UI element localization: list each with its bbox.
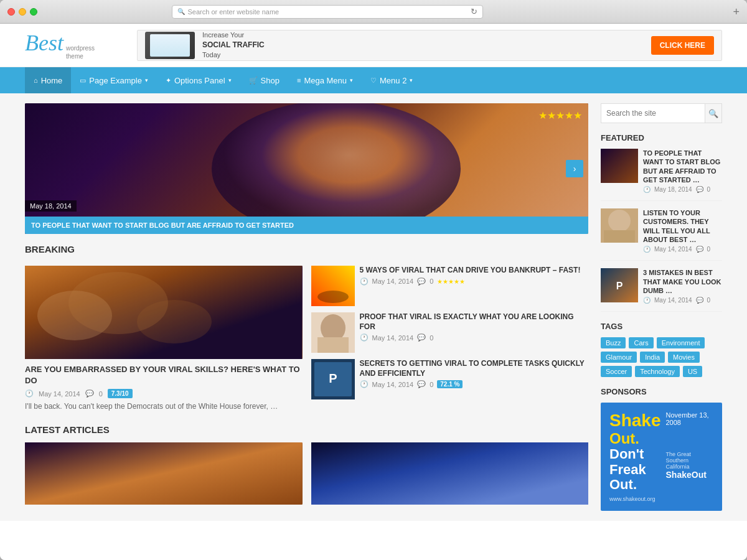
featured-content-2: LISTEN TO YOUR CUSTOMERS. THEY WILL TELL… (643, 208, 722, 253)
ad-banner[interactable]: Increase Your SOCIAL TRAFFIC Today CLICK… (137, 30, 722, 61)
sponsor-out: Out. (609, 431, 661, 447)
latest-card-1 (25, 442, 303, 505)
new-tab-button[interactable]: + (733, 6, 740, 17)
main-navigation: ⌂ Home ▭ Page Example ▾ ✦ Options Panel … (0, 67, 747, 93)
traffic-light-green[interactable] (30, 8, 37, 16)
traffic-light-yellow[interactable] (19, 8, 26, 16)
search-box[interactable]: 🔍 (601, 103, 722, 123)
breaking-main-card: ARE YOU EMBARRASSED BY YOUR VIRAL SKILLS… (25, 266, 303, 412)
sponsor-date: November 13, 2008 (666, 411, 714, 426)
ad-text: Increase Your SOCIAL TRAFFIC Today (202, 30, 644, 60)
nav-item-mega-menu[interactable]: ≡ Mega Menu ▾ (288, 67, 362, 93)
site-logo: Best wordpress theme (25, 30, 125, 60)
nav-item-page-example[interactable]: ▭ Page Example ▾ (71, 67, 157, 93)
refresh-button[interactable]: ↻ (471, 7, 477, 16)
sponsor-out2: Out. (609, 477, 661, 492)
options-icon: ✦ (166, 77, 171, 85)
sponsors-section: SPONSORS Shake Out. Don't Freak Out. (601, 387, 722, 511)
featured-image-1 (601, 149, 638, 183)
comment-icon-f1: 💬 (696, 186, 703, 193)
search-input[interactable] (601, 104, 705, 123)
latest-card-2 (311, 442, 589, 505)
nav-item-options-panel[interactable]: ✦ Options Panel ▾ (157, 67, 240, 93)
latest-title: LATEST ARTICLES (25, 424, 588, 435)
breaking-small-content-3: SECRETS TO GETTING VIRAL TO COMPLETE TAS… (360, 359, 589, 388)
hero-date: May 18, 2014 (25, 200, 77, 212)
featured-title-1[interactable]: TO PEOPLE THAT WANT TO START BLOG BUT AR… (643, 149, 722, 184)
tag-item[interactable]: US (683, 366, 702, 377)
breaking-small-title-3[interactable]: SECRETS TO GETTING VIRAL TO COMPLETE TAS… (360, 359, 589, 378)
featured-image-3: P (601, 268, 638, 302)
svg-text:P: P (329, 371, 337, 385)
pct-badge: 72.1 % (437, 380, 463, 388)
search-button[interactable]: 🔍 (705, 104, 721, 123)
logo-best: Best (25, 30, 63, 56)
sponsor-url: www.shakeout.org (609, 496, 713, 502)
featured-meta-3: 🕐 May 14, 2014 💬 0 (643, 297, 722, 304)
comment-icon: 💬 (85, 390, 94, 398)
svg-point-5 (137, 300, 212, 343)
comment-icon-2: 💬 (417, 278, 426, 286)
chevron-down-icon: ▾ (145, 77, 148, 83)
comment-icon-f3: 💬 (696, 297, 703, 304)
tag-item[interactable]: Movies (668, 352, 700, 363)
featured-content-3: 3 MISTAKES IN BEST THAT MAKE YOU LOOK DU… (643, 268, 722, 304)
featured-item-3: P 3 MISTAKES IN BEST THAT MAKE YOU LOOK … (601, 268, 722, 312)
featured-item-2: LISTEN TO YOUR CUSTOMERS. THEY WILL TELL… (601, 208, 722, 261)
clock-icon-f2: 🕐 (643, 246, 651, 253)
sponsor-shake: Shake (609, 411, 661, 431)
tag-item[interactable]: Glamour (601, 352, 637, 363)
svg-rect-19 (604, 230, 635, 243)
breaking-small-title-1[interactable]: 5 WAYS OF VIRAL THAT CAN DRIVE YOU BANKR… (360, 266, 589, 276)
nav-item-shop[interactable]: 🛒 Shop (240, 67, 288, 93)
logo-subtitle: wordpress theme (66, 44, 95, 60)
tag-item[interactable]: India (640, 352, 665, 363)
ad-cta-button[interactable]: CLICK HERE (651, 36, 714, 55)
breaking-main-title[interactable]: ARE YOU EMBARRASSED BY YOUR VIRAL SKILLS… (25, 364, 303, 386)
sponsor-dont: Don't (609, 447, 661, 462)
breaking-main-excerpt: I'll be back. You can't keep the Democra… (25, 401, 303, 412)
tags-list: BuzzCarsEnvironmentGlamourIndiaMoviesSoc… (601, 337, 722, 377)
breaking-small-card-3: P SECRETS TO GETTING VIRAL TO COMPLETE T… (311, 359, 589, 399)
breaking-small-meta-2: 🕐 May 14, 2014 💬 0 (360, 334, 589, 342)
address-text: Search or enter website name (187, 8, 279, 16)
tag-item[interactable]: Cars (629, 337, 653, 348)
breaking-small-title-2[interactable]: PROOF THAT VIRAL IS EXACTLY WHAT YOU ARE… (360, 312, 589, 332)
tags-section: TAGS BuzzCarsEnvironmentGlamourIndiaMovi… (601, 322, 722, 377)
clock-icon-4: 🕐 (360, 380, 369, 388)
tag-item[interactable]: Environment (657, 337, 705, 348)
svg-rect-14 (25, 442, 303, 505)
sponsor-freak: Freak (609, 462, 661, 477)
sponsors-banner[interactable]: Shake Out. Don't Freak Out. November 13,… (601, 403, 722, 511)
nav-item-menu2[interactable]: ♡ Menu 2 ▾ (362, 67, 421, 93)
latest-image-1 (25, 442, 303, 505)
tag-item[interactable]: Technology (635, 366, 680, 377)
chevron-down-icon-4: ▾ (410, 77, 413, 83)
heart-icon: ♡ (370, 77, 377, 85)
comment-icon-4: 💬 (417, 380, 426, 388)
slider-next-button[interactable]: › (566, 160, 583, 177)
featured-title: FEATURED (601, 133, 722, 142)
clock-icon: 🕐 (25, 390, 34, 398)
home-icon: ⌂ (34, 77, 38, 84)
sponsors-title: SPONSORS (601, 387, 722, 396)
breaking-small-content-1: 5 WAYS OF VIRAL THAT CAN DRIVE YOU BANKR… (360, 266, 589, 286)
breaking-small-image-3: P (311, 359, 355, 399)
score-badge: 7.3/10 (108, 389, 133, 398)
tag-item[interactable]: Soccer (601, 366, 632, 377)
traffic-light-red[interactable] (7, 8, 15, 16)
hero-caption: TO PEOPLE THAT WANT TO START BLOG BUT AR… (25, 217, 588, 234)
breaking-small-card-2: PROOF THAT VIRAL IS EXACTLY WHAT YOU ARE… (311, 312, 589, 353)
breaking-small-meta-1: 🕐 May 14, 2014 💬 0 ★★★★★ (360, 278, 589, 286)
svg-rect-15 (311, 442, 589, 505)
featured-title-2[interactable]: LISTEN TO YOUR CUSTOMERS. THEY WILL TELL… (643, 208, 722, 244)
svg-point-7 (317, 291, 349, 303)
featured-title-3[interactable]: 3 MISTAKES IN BEST THAT MAKE YOU LOOK DU… (643, 268, 722, 295)
tag-item[interactable]: Buzz (601, 337, 626, 348)
nav-item-home[interactable]: ⌂ Home (25, 67, 71, 93)
breaking-small-card-1: 5 WAYS OF VIRAL THAT CAN DRIVE YOU BANKR… (311, 266, 589, 306)
comment-icon-3: 💬 (417, 334, 426, 342)
search-icon: 🔍 (177, 8, 185, 15)
address-bar[interactable]: 🔍 Search or enter website name ↻ (172, 5, 483, 19)
svg-rect-10 (317, 337, 349, 353)
